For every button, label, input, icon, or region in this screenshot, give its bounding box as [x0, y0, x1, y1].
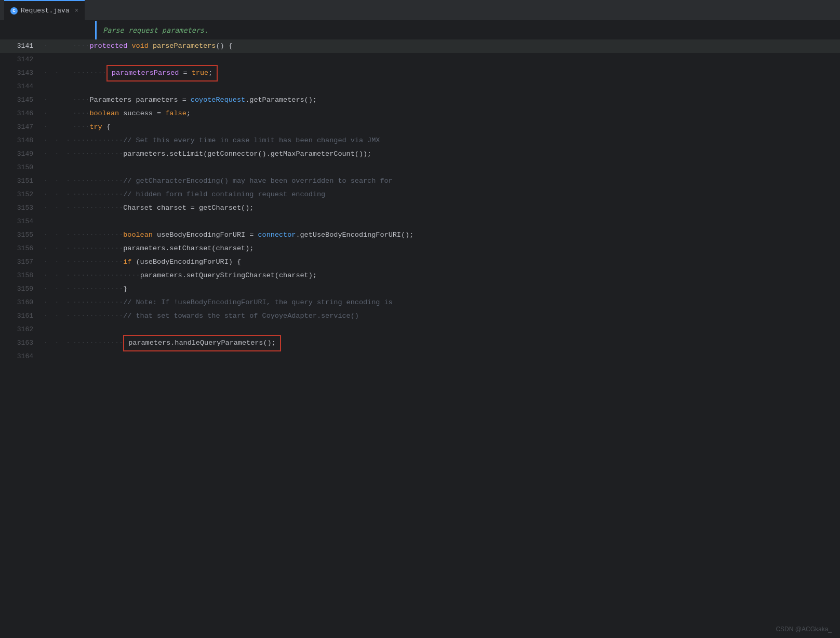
- gutter-dot: · · ·: [42, 134, 73, 147]
- line-number: 3146: [0, 107, 42, 120]
- tab-bar: C Request.java ×: [0, 0, 840, 21]
- code-lines: ····protected void parseParameters() { ·…: [73, 39, 840, 638]
- code-line: ············// hidden form field contain…: [73, 188, 840, 201]
- line-number: 3160: [0, 296, 42, 309]
- line-number: 3159: [0, 282, 42, 296]
- doc-comment-text: Parse request parameters.: [103, 26, 208, 34]
- code-line: ····boolean success = false;: [73, 107, 840, 120]
- line-number: 3154: [0, 215, 42, 228]
- gutter-dot: · ·: [42, 66, 73, 80]
- code-line: ············Charset charset = getCharset…: [73, 201, 840, 215]
- gutter-dot: · · ·: [42, 228, 73, 242]
- file-tab[interactable]: C Request.java ×: [4, 0, 85, 20]
- code-line: ················parameters.setQueryStrin…: [73, 269, 840, 282]
- gutter-dot: ·: [42, 39, 73, 53]
- code-line: [73, 350, 840, 363]
- line-number: 3145: [0, 93, 42, 107]
- code-line: ············if (useBodyEncodingForURI) {: [73, 255, 840, 269]
- code-line: ····try {: [73, 120, 840, 134]
- line-number: 3149: [0, 147, 42, 161]
- gutter-dot: [42, 161, 73, 174]
- code-line: ············// that set towards the star…: [73, 309, 840, 323]
- gutter-dot: [42, 53, 73, 66]
- gutter-dot: ·: [42, 107, 73, 120]
- tab-filename: Request.java: [21, 7, 70, 15]
- line-number: 3143: [0, 66, 42, 80]
- gutter-dot: · · ·: [42, 336, 73, 350]
- line-number: 3158: [0, 269, 42, 282]
- line-number: 3147: [0, 120, 42, 134]
- gutter-dot: · · ·: [42, 201, 73, 215]
- gutter-dot: ·: [42, 93, 73, 107]
- gutter-dot: [42, 215, 73, 228]
- line-number: 3152: [0, 188, 42, 201]
- code-line: ············}: [73, 282, 840, 296]
- editor-container: C Request.java × Parse request parameter…: [0, 0, 840, 638]
- line-numbers: 3141314231433144314531463147314831493150…: [0, 39, 42, 638]
- line-number: 3157: [0, 255, 42, 269]
- doc-comment-bar: Parse request parameters.: [95, 21, 208, 39]
- gutter-dot: · · ·: [42, 174, 73, 188]
- code-line: [73, 80, 840, 93]
- watermark: CSDN @ACGkaka_: [776, 626, 832, 633]
- gutter-dot: · · ·: [42, 188, 73, 201]
- line-number: 3163: [0, 336, 42, 350]
- code-line: ············// getCharacterEncoding() ma…: [73, 174, 840, 188]
- gutter-dot: · · ·: [42, 242, 73, 255]
- code-line: ····Parameters parameters = coyoteReques…: [73, 93, 840, 107]
- line-number: 3153: [0, 201, 42, 215]
- line-number: 3151: [0, 174, 42, 188]
- line-number: 3141: [0, 39, 42, 53]
- gutter-dots: ·· ····· · ·· · ·· · ·· · ·· · ·· · ·· ·…: [42, 39, 73, 638]
- gutter-dot: [42, 323, 73, 336]
- line-number: 3161: [0, 309, 42, 323]
- code-line: ············// Set this every time in ca…: [73, 134, 840, 147]
- gutter-dot: · · ·: [42, 309, 73, 323]
- gutter-dot: · · · ·: [42, 269, 73, 282]
- line-number: 3148: [0, 134, 42, 147]
- tab-close-button[interactable]: ×: [75, 7, 78, 15]
- code-line: [73, 161, 840, 174]
- gutter-dot: · · ·: [42, 147, 73, 161]
- gutter-dot: · · ·: [42, 296, 73, 309]
- line-number: 3144: [0, 80, 42, 93]
- code-line: ············// Note: If !useBodyEncoding…: [73, 296, 840, 309]
- line-number: 3162: [0, 323, 42, 336]
- line-number: 3142: [0, 53, 42, 66]
- gutter-dot: · · ·: [42, 282, 73, 296]
- code-line: ············boolean useBodyEncodingForUR…: [73, 228, 840, 242]
- code-line: [73, 215, 840, 228]
- code-line: ········parametersParsed = true;: [73, 66, 840, 80]
- java-file-icon: C: [10, 7, 18, 15]
- code-line: ············parameters.setCharset(charse…: [73, 242, 840, 255]
- code-scroll-area: 3141314231433144314531463147314831493150…: [0, 39, 840, 638]
- line-number: 3156: [0, 242, 42, 255]
- line-number: 3150: [0, 161, 42, 174]
- code-line: ····protected void parseParameters() {: [73, 39, 840, 53]
- gutter-dot: · · ·: [42, 255, 73, 269]
- code-line: ············parameters.handleQueryParame…: [73, 336, 840, 350]
- line-number: 3155: [0, 228, 42, 242]
- gutter-dot: ·: [42, 120, 73, 134]
- gutter-dot: [42, 80, 73, 93]
- gutter-dot: [42, 350, 73, 363]
- line-number: 3164: [0, 350, 42, 363]
- code-line: ············parameters.setLimit(getConne…: [73, 147, 840, 161]
